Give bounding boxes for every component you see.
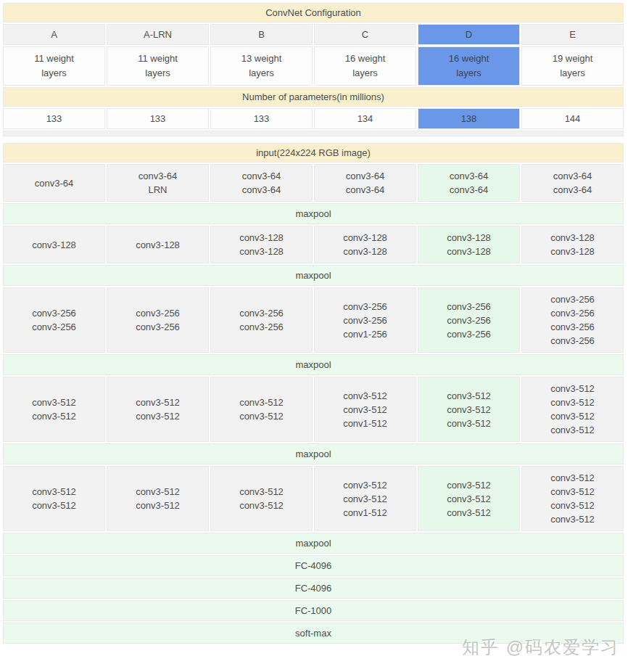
conv-line: conv3-512 xyxy=(318,478,413,492)
maxpool-row: maxpool xyxy=(3,533,624,554)
fc-layer-row: FC-4096 xyxy=(3,578,624,599)
conv-line: conv3-512 xyxy=(525,485,620,499)
fc-layer: FC-4096 xyxy=(3,578,624,599)
conv-cell: conv3-128 xyxy=(3,226,105,263)
conv-line: conv3-512 xyxy=(214,485,309,499)
page: ConvNet ConfigurationAA-LRNBCDE11 weight… xyxy=(0,0,628,672)
conv-line: conv3-64 xyxy=(318,169,413,183)
weight-layers-cell: 16 weight layers xyxy=(314,46,416,86)
spacer-cell xyxy=(3,131,624,136)
conv-cell: conv3-512conv3-512 xyxy=(107,466,209,531)
conv-line: conv1-512 xyxy=(318,506,413,520)
maxpool-row: maxpool xyxy=(3,443,624,464)
conv-cell: conv3-512conv3-512conv3-512conv3-512 xyxy=(521,466,624,531)
weight-layers-cell: 19 weight layers xyxy=(521,46,624,86)
conv-line: conv3-64 xyxy=(421,183,516,197)
conv-block-row: conv3-512conv3-512conv3-512conv3-512conv… xyxy=(3,466,624,531)
maxpool-row: maxpool xyxy=(3,203,624,224)
conv-line: conv3-512 xyxy=(214,396,309,409)
convnet-config-table: ConvNet ConfigurationAA-LRNBCDE11 weight… xyxy=(1,1,625,138)
maxpool: maxpool xyxy=(3,203,624,224)
conv-line: conv3-64 xyxy=(525,183,620,197)
conv-cell: conv3-512conv3-512 xyxy=(210,377,313,442)
column-header-c: C xyxy=(314,24,416,45)
conv-line: conv1-256 xyxy=(318,327,413,341)
conv-cell: conv3-512conv3-512 xyxy=(3,466,105,531)
params-header: Number of parameters(in millions) xyxy=(3,87,624,107)
conv-line: conv3-512 xyxy=(421,478,516,492)
conv-cell: conv3-64LRN xyxy=(107,164,209,202)
conv-cell: conv3-512conv3-512 xyxy=(107,377,209,442)
maxpool: maxpool xyxy=(3,443,624,464)
conv-line: conv3-256 xyxy=(525,320,620,334)
conv-line: conv3-512 xyxy=(421,506,516,520)
conv-line: conv3-512 xyxy=(525,512,620,526)
table-title-row: ConvNet Configuration xyxy=(3,3,624,22)
fc-layer-row: FC-4096 xyxy=(3,555,624,576)
conv-line: conv3-512 xyxy=(7,409,102,423)
column-header-a-lrn: A-LRN xyxy=(107,24,209,45)
softmax: soft-max xyxy=(3,623,624,644)
conv-block-row: conv3-128conv3-128conv3-128conv3-128conv… xyxy=(3,226,624,263)
conv-cell: conv3-512conv3-512conv3-512 xyxy=(418,466,520,531)
conv-line: conv3-256 xyxy=(421,300,516,314)
conv-line: conv3-256 xyxy=(7,306,102,320)
column-header-e: E xyxy=(521,24,624,45)
conv-line: conv3-512 xyxy=(421,492,516,506)
conv-cell: conv3-256conv3-256 xyxy=(210,287,313,353)
conv-line: conv3-64 xyxy=(214,169,309,183)
conv-cell: conv3-64 xyxy=(3,164,105,202)
layer-config-table: input(224x224 RGB image)conv3-64conv3-64… xyxy=(1,142,625,645)
conv-cell: conv3-256conv3-256 xyxy=(107,287,209,353)
conv-cell: conv3-128conv3-128 xyxy=(314,226,416,263)
conv-line: conv3-512 xyxy=(110,499,205,512)
weight-layers-row: 11 weight layers11 weight layers13 weigh… xyxy=(3,46,624,86)
column-header-b: B xyxy=(210,24,313,45)
conv-cell: conv3-512conv3-512 xyxy=(210,466,313,531)
conv-cell: conv3-256conv3-256conv1-256 xyxy=(314,287,416,353)
conv-line: conv3-256 xyxy=(421,314,516,327)
conv-line: conv3-256 xyxy=(7,320,102,334)
conv-line: conv3-128 xyxy=(318,231,413,245)
conv-line: conv3-256 xyxy=(318,300,413,314)
conv-line: conv3-512 xyxy=(7,499,102,512)
spacer-row xyxy=(3,131,624,136)
params-value-cell: 144 xyxy=(521,108,624,129)
conv-cell: conv3-64conv3-64 xyxy=(418,164,520,202)
params-value-row: 133133133134138144 xyxy=(3,108,624,129)
conv-cell: conv3-512conv3-512conv3-512conv3-512 xyxy=(521,377,624,442)
conv-line: conv3-512 xyxy=(421,417,516,430)
conv-cell: conv3-64conv3-64 xyxy=(210,164,313,202)
conv-cell: conv3-128conv3-128 xyxy=(210,226,313,263)
conv-line: conv3-512 xyxy=(525,499,620,512)
weight-layers-text: 19 weight layers xyxy=(548,52,598,81)
weight-layers-cell: 11 weight layers xyxy=(3,46,105,86)
conv-line: conv3-512 xyxy=(525,409,620,423)
conv-line: conv3-512 xyxy=(525,396,620,409)
conv-line: conv3-128 xyxy=(7,238,102,252)
input-header: input(224x224 RGB image) xyxy=(3,143,624,163)
weight-layers-text: 11 weight layers xyxy=(29,52,80,81)
conv-line: conv3-256 xyxy=(525,306,620,320)
conv-line: LRN xyxy=(110,183,205,197)
params-header-row: Number of parameters(in millions) xyxy=(3,87,624,107)
conv-block-row: conv3-64conv3-64LRNconv3-64conv3-64conv3… xyxy=(3,164,624,202)
conv-line: conv3-64 xyxy=(525,169,620,183)
conv-line: conv3-128 xyxy=(214,245,309,258)
conv-line: conv3-512 xyxy=(214,409,309,423)
weight-layers-text: 16 weight layers xyxy=(340,52,391,81)
conv-line: conv3-512 xyxy=(421,403,516,417)
conv-line: conv3-512 xyxy=(7,485,102,499)
table-title: ConvNet Configuration xyxy=(3,3,624,22)
conv-line: conv3-256 xyxy=(525,292,620,306)
conv-line: conv3-128 xyxy=(110,238,205,252)
softmax-row: soft-max xyxy=(3,623,624,644)
weight-layers-text: 13 weight layers xyxy=(236,52,287,81)
conv-line: conv3-64 xyxy=(110,169,205,183)
conv-line: conv3-128 xyxy=(525,245,620,258)
conv-line: conv3-512 xyxy=(318,403,413,417)
weight-layers-text: 16 weight layers xyxy=(444,52,495,81)
params-value-cell: 133 xyxy=(3,108,105,129)
conv-line: conv3-64 xyxy=(318,183,413,197)
conv-block-row: conv3-512conv3-512conv3-512conv3-512conv… xyxy=(3,377,624,442)
